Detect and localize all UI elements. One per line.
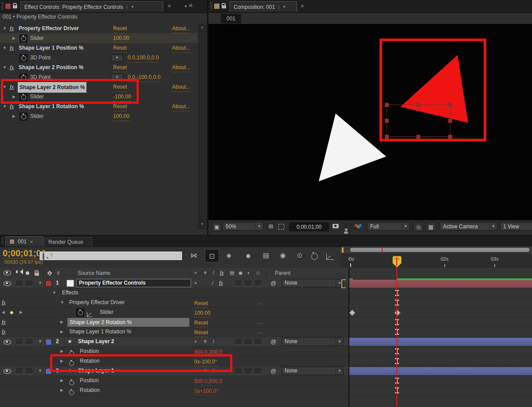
reset-link[interactable]: Reset (194, 318, 208, 327)
track-row-effects[interactable] (349, 288, 532, 298)
track-row-rotation[interactable] (349, 386, 532, 395)
property-value[interactable]: 500.0,500.0 (194, 377, 222, 386)
lock-column-icon[interactable] (35, 273, 39, 276)
property-row-position[interactable]: ▶ Position 800.0,300.0 (0, 347, 348, 356)
panel-grip[interactable] (1, 237, 4, 245)
property-row-position[interactable]: ▶ Position 500.0,500.0 (0, 376, 348, 386)
collapse-icon[interactable]: ▼ (3, 43, 7, 53)
effect-row-driver[interactable]: fx ▼ Property Effector Driver Reset ... (0, 298, 348, 308)
effect-name-selected[interactable]: Shape Layer 2 Rotation % (18, 82, 86, 93)
expand-icon[interactable]: ▼ (38, 278, 42, 288)
group-row-effects[interactable]: ▼ Effects (0, 288, 348, 298)
switch-box[interactable] (235, 280, 242, 286)
parent-dropdown[interactable]: None ▼ (282, 279, 344, 287)
effect-header-row[interactable]: ▼ fx Property Effector Driver Reset Abou… (0, 23, 198, 33)
property-row-slider[interactable]: ◀ ◆ ▶ Slider 100.00 (0, 308, 348, 317)
timeline-h-scrollbar-track[interactable] (340, 247, 532, 254)
point-picker-button[interactable]: + (111, 74, 123, 81)
draft-3d-icon[interactable]: ⊡ (205, 249, 219, 262)
audio-toggle-box[interactable] (16, 280, 23, 286)
search-input[interactable]: ▽ (39, 251, 183, 261)
audio-toggle-box[interactable] (16, 368, 23, 374)
quality-switch-icon[interactable]: / (213, 270, 214, 275)
audio-toggle-box[interactable] (16, 339, 23, 345)
track-row-layer2[interactable] (349, 337, 532, 347)
property-value[interactable]: 0.0,-100.0,0.0 (128, 73, 160, 82)
switch-box[interactable] (235, 368, 242, 374)
parent-dropdown[interactable]: None ▼ (282, 337, 344, 346)
keyframe-diamond[interactable] (349, 309, 356, 317)
chevron-down-icon[interactable]: ▼ (282, 5, 286, 9)
expand-icon[interactable]: ▶ (12, 111, 16, 121)
video-column-icon[interactable] (4, 270, 11, 275)
effect-name[interactable]: Property Effector Driver (19, 23, 79, 33)
switch-box[interactable] (235, 339, 242, 345)
source-name-column-header[interactable]: Source Name (78, 270, 110, 276)
expression-dots[interactable]: ... (257, 298, 263, 307)
transparency-grid-icon[interactable]: ▩ (426, 222, 436, 231)
track-row-sl2-rotation[interactable] (349, 317, 532, 327)
layer-row-1[interactable]: ▼ 1 Property Effector Controls + / fx @ … (0, 278, 348, 288)
fx-badge-icon[interactable]: fx (10, 63, 14, 72)
scrollbar[interactable]: ▲ ▼ (198, 23, 207, 230)
track-row-driver[interactable] (349, 298, 532, 308)
track-row-layer1[interactable] (349, 278, 532, 288)
expression-dots[interactable]: ... (257, 327, 263, 337)
about-link[interactable]: About... (172, 24, 190, 33)
property-name[interactable]: Slider (100, 308, 113, 317)
target-icon[interactable]: ◎ (413, 222, 424, 231)
switch-box[interactable] (254, 368, 261, 374)
anchor-switch[interactable]: + (194, 366, 197, 376)
white-triangle-shape[interactable] (319, 113, 386, 181)
property-name[interactable]: Slider (30, 33, 44, 43)
collapse-icon[interactable]: ▼ (3, 23, 7, 33)
reset-link[interactable]: Reset (113, 44, 127, 53)
label-color-swatch[interactable] (45, 339, 52, 345)
next-keyframe-icon[interactable]: ▶ (20, 308, 23, 317)
expression-dots[interactable]: ... (257, 317, 263, 327)
effect-name[interactable]: Shape Layer 1 Rotation % (19, 102, 84, 111)
reset-link[interactable]: Reset (113, 63, 127, 72)
graph-editor-icon[interactable] (326, 252, 334, 260)
anchor-switch[interactable]: + (194, 278, 197, 288)
scroll-up-icon[interactable]: ▲ (200, 25, 204, 29)
effect-name[interactable]: Shape Layer 2 Position % (19, 63, 83, 72)
tab-effect-controls[interactable]: Effect Controls: Property Effector Contr… (20, 1, 163, 12)
property-value[interactable]: 100.00 (194, 309, 211, 317)
effect-name-selected[interactable]: Shape Layer 2 Rotation % (67, 318, 189, 327)
work-area-start-handle[interactable] (342, 247, 344, 253)
expand-icon[interactable]: ▼ (38, 337, 42, 346)
grid-guides-icon[interactable]: ⊞ (266, 222, 276, 231)
fx-badge-icon[interactable]: fx (10, 102, 14, 111)
close-icon[interactable]: × (168, 3, 171, 9)
stopwatch-icon[interactable] (21, 36, 26, 41)
frame-blend-switch-icon[interactable]: ▤ (230, 270, 234, 276)
auto-keyframe-icon[interactable] (311, 252, 318, 260)
layer-duration-bar-maroon[interactable] (349, 280, 532, 288)
expand-icon[interactable]: ▼ (52, 288, 56, 297)
effect-header-row-selected[interactable]: ▼ fx Shape Layer 2 Rotation % Reset Abou… (0, 82, 198, 92)
expand-icon[interactable]: ▶ (12, 92, 16, 102)
label-column-icon[interactable] (47, 270, 52, 275)
property-row-3dpoint[interactable]: 3D Point + 0.0,100.0,0.0 (0, 53, 198, 63)
track-row-position[interactable] (349, 376, 532, 386)
fx-switch[interactable]: fx (219, 278, 223, 288)
tab-composition[interactable]: Composition: 001 | ▼ (230, 1, 297, 12)
about-link[interactable]: About... (172, 44, 190, 53)
solo-toggle-box[interactable] (26, 280, 32, 286)
time-ruler[interactable]: 0:00s 02s 03s (348, 254, 532, 268)
property-name[interactable]: Position (80, 376, 99, 385)
chevron-down-icon[interactable]: ▼ (131, 5, 134, 9)
track-row-layer3[interactable] (349, 366, 532, 376)
track-row-position[interactable] (349, 347, 532, 356)
solo-column-icon[interactable] (26, 271, 29, 275)
visibility-eye-icon[interactable] (4, 369, 11, 374)
solo-toggle-box[interactable] (26, 339, 32, 345)
stopwatch-box[interactable] (76, 309, 84, 317)
panel-grip[interactable] (1, 2, 4, 10)
active-camera-dropdown[interactable]: Active Camera ▼ (440, 222, 497, 231)
anchor-switch-icon[interactable]: + (194, 270, 197, 275)
expand-icon[interactable]: ▼ (38, 366, 42, 376)
solo-switch[interactable]: ☀ (203, 366, 207, 376)
close-icon[interactable]: × (301, 3, 304, 9)
